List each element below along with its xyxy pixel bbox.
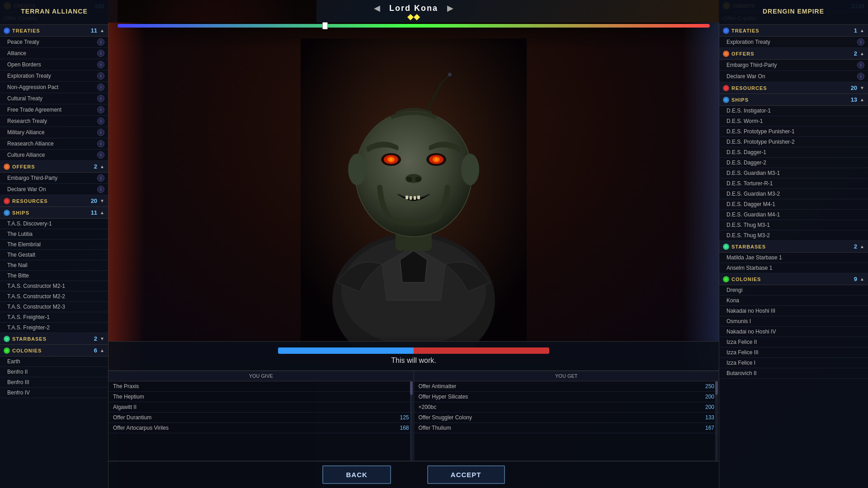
left-offers-section[interactable]: Offers 2 ▲	[0, 161, 108, 173]
right-ships-section[interactable]: Ships 13 ▲	[719, 94, 868, 106]
right-colony-item[interactable]: Nakadai no Hoshi III	[719, 306, 868, 316]
left-ship-item[interactable]: T.A.S. Freighter-2	[0, 323, 108, 333]
left-colonies-section[interactable]: Colonies 6 ▲	[0, 345, 108, 357]
left-treaty-info-0[interactable]: i	[97, 38, 104, 46]
right-ship-label-7: D.E.S. Torturer-R-1	[726, 180, 864, 187]
left-treaty-item[interactable]: Reasearch Alliance i	[0, 138, 108, 150]
right-colony-item[interactable]: Butarovich II	[719, 368, 868, 379]
left-ship-item[interactable]: The Gestalt	[0, 250, 108, 260]
left-treaty-item[interactable]: Military Alliance i	[0, 127, 108, 138]
right-panel-content: Credits 2139 Offer Credits Treaties 1 ▲ …	[719, 0, 868, 465]
left-ship-item[interactable]: T.A.S. Freighter-1	[0, 312, 108, 323]
right-ship-item[interactable]: D.E.S. Dagger-2	[719, 158, 868, 168]
right-colony-item[interactable]: Kona	[719, 296, 868, 306]
left-colony-item[interactable]: Benfro II	[0, 367, 108, 377]
left-treaty-item[interactable]: Non-Aggression Pact i	[0, 82, 108, 93]
right-colony-item[interactable]: Drengi	[719, 285, 868, 296]
left-ship-item[interactable]: T.A.S. Constructor M2-2	[0, 291, 108, 302]
left-colony-item[interactable]: Benfro IV	[0, 388, 108, 398]
trade-get-scrollbar[interactable]	[715, 381, 718, 461]
left-ship-item[interactable]: The Elembrial	[0, 239, 108, 250]
back-button[interactable]: Back	[322, 465, 391, 484]
right-treaty-item[interactable]: Exploration Treaty i	[719, 37, 868, 48]
left-treaty-info-7[interactable]: i	[97, 117, 104, 125]
left-treaty-label-2: Open Borders	[7, 61, 97, 68]
right-ship-item[interactable]: D.E.S. Guardian M3-2	[719, 189, 868, 199]
left-starbases-icon	[4, 336, 10, 342]
right-ship-item[interactable]: D.E.S. Guardian M4-1	[719, 210, 868, 220]
right-colonies-section[interactable]: Colonies 9 ▲	[719, 273, 868, 285]
right-starbase-item[interactable]: Matilda Jae Starbase 1	[719, 253, 868, 263]
left-treaty-info-4[interactable]: i	[97, 84, 104, 91]
you-get-scroll[interactable]: Offer Antimatter 250 Offer Hyper Silicat…	[414, 381, 719, 461]
left-ships-section[interactable]: Ships 11 ▲	[0, 207, 108, 219]
right-colony-item[interactable]: Izza Felice III	[719, 347, 868, 358]
left-offer-item[interactable]: Declare War On i	[0, 184, 108, 195]
left-offer-info-1[interactable]: i	[97, 186, 104, 193]
left-treaty-info-1[interactable]: i	[97, 50, 104, 57]
left-treaties-section[interactable]: Treaties 11 ▲	[0, 25, 108, 37]
right-ship-item[interactable]: D.E.S. Dagger M4-1	[719, 199, 868, 210]
right-ship-item[interactable]: D.E.S. Thug M3-2	[719, 230, 868, 241]
left-ship-item[interactable]: The Lutitia	[0, 229, 108, 239]
left-ship-item[interactable]: T.A.S. Constructor M2-1	[0, 281, 108, 291]
left-ship-item[interactable]: T.A.S. Discovery-1	[0, 219, 108, 229]
right-resources-section[interactable]: Resources 20 ▼	[719, 82, 868, 94]
left-offer-item[interactable]: Embargo Third-Party i	[0, 173, 108, 184]
right-offer-info-0[interactable]: i	[857, 61, 864, 69]
you-give-scroll[interactable]: The Praxis The Heptium Algawitt II Offer…	[108, 381, 414, 461]
right-offer-item[interactable]: Embargo Third-Party i	[719, 60, 868, 71]
right-ship-item[interactable]: D.E.S. Thug M3-1	[719, 220, 868, 230]
left-treaty-info-10[interactable]: i	[97, 151, 104, 159]
left-colony-item[interactable]: Benfro III	[0, 377, 108, 388]
right-colony-item[interactable]: Osmunis I	[719, 316, 868, 327]
right-ship-item[interactable]: D.E.S. Instigator-1	[719, 106, 868, 116]
right-colony-item[interactable]: Nakadai no Hoshi IV	[719, 327, 868, 337]
right-colony-label-6: Izza Felice III	[726, 349, 864, 356]
right-ship-item[interactable]: D.E.S. Torturer-R-1	[719, 178, 868, 189]
left-treaty-item[interactable]: Alliance i	[0, 48, 108, 59]
left-treaty-info-8[interactable]: i	[97, 129, 104, 136]
left-colonies-label: Colonies	[12, 348, 94, 353]
right-ship-item[interactable]: D.E.S. Dagger-1	[719, 147, 868, 158]
left-treaty-item[interactable]: Free Trade Agreement i	[0, 104, 108, 116]
left-treaty-item[interactable]: Peace Treaty i	[0, 37, 108, 48]
right-offer-label-0: Embargo Third-Party	[726, 62, 857, 68]
right-colony-item[interactable]: Izza Felice II	[719, 337, 868, 347]
right-starbase-item[interactable]: Anselm Starbase 1	[719, 263, 868, 273]
prev-diplomat-button[interactable]: ◀	[374, 3, 380, 13]
left-treaty-info-5[interactable]: i	[97, 95, 104, 102]
left-treaty-item[interactable]: Research Treaty i	[0, 116, 108, 127]
right-ship-item[interactable]: D.E.S. Prototype Punisher-2	[719, 137, 868, 147]
left-ship-item[interactable]: The Nail	[0, 260, 108, 271]
right-treaties-section[interactable]: Treaties 1 ▲	[719, 25, 868, 37]
right-offer-info-1[interactable]: i	[857, 73, 864, 80]
trade-give-scrollbar[interactable]	[410, 381, 413, 461]
left-treaty-info-6[interactable]: i	[97, 106, 104, 113]
right-ship-item[interactable]: D.E.S. Prototype Punisher-1	[719, 127, 868, 137]
right-starbases-section[interactable]: Starbases 2 ▲	[719, 241, 868, 253]
right-offer-item[interactable]: Declare War On i	[719, 71, 868, 82]
left-treaty-item[interactable]: Open Borders i	[0, 59, 108, 70]
accept-button[interactable]: Accept	[427, 465, 505, 484]
left-offer-info-0[interactable]: i	[97, 174, 104, 182]
right-ship-item[interactable]: D.E.S. Guardian M3-1	[719, 168, 868, 178]
left-treaty-info-2[interactable]: i	[97, 61, 104, 68]
left-resources-section[interactable]: Resources 20 ▼	[0, 195, 108, 207]
left-colony-item[interactable]: Earth	[0, 357, 108, 367]
left-treaty-item[interactable]: Cultural Treaty i	[0, 93, 108, 104]
left-treaty-info-3[interactable]: i	[97, 72, 104, 80]
left-ship-item[interactable]: The Bitte	[0, 271, 108, 281]
right-ship-label-5: D.E.S. Dagger-2	[726, 160, 864, 166]
next-diplomat-button[interactable]: ▶	[447, 3, 453, 13]
right-offers-section[interactable]: Offers 2 ▲	[719, 48, 868, 60]
right-ship-item[interactable]: D.E.S. Worm-1	[719, 116, 868, 127]
left-treaty-label-3: Exploration Treaty	[7, 73, 97, 79]
right-colony-item[interactable]: Izza Felice I	[719, 358, 868, 368]
right-treaty-info-0[interactable]: i	[857, 38, 864, 46]
left-treaty-item[interactable]: Culture Alliance i	[0, 150, 108, 161]
left-treaty-info-9[interactable]: i	[97, 140, 104, 147]
left-ship-item[interactable]: T.A.S. Constructor M2-3	[0, 302, 108, 312]
left-treaty-item[interactable]: Exploration Treaty i	[0, 70, 108, 82]
left-starbases-section[interactable]: Starbases 2 ▼	[0, 333, 108, 345]
